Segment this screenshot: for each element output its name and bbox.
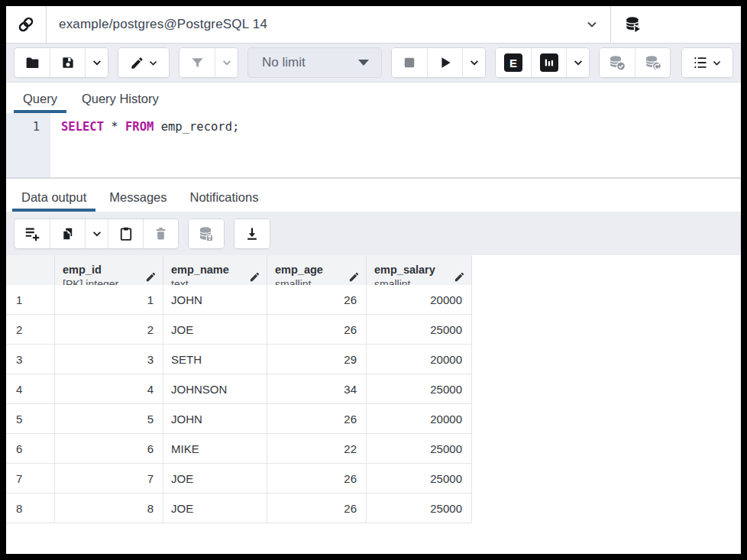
- cell-emp-id[interactable]: 8: [55, 494, 163, 523]
- row-number-cell[interactable]: 5: [6, 404, 55, 434]
- numbered-list-icon: [693, 55, 708, 70]
- cell-value: SETH: [171, 353, 202, 366]
- data-output-grid: emp_id [PK] integer emp_name text emp_ag…: [6, 255, 741, 523]
- cell-emp-name[interactable]: JOHN: [163, 285, 267, 315]
- tab-query-history[interactable]: Query History: [73, 86, 168, 113]
- row-number: 7: [16, 472, 22, 485]
- row-number-cell[interactable]: 1: [6, 285, 55, 315]
- row-number-cell[interactable]: 2: [6, 315, 55, 345]
- copy-menu-button[interactable]: [85, 219, 108, 248]
- cell-emp-salary[interactable]: 25000: [367, 434, 472, 464]
- stop-button[interactable]: [392, 48, 427, 77]
- save-menu-button[interactable]: [85, 48, 108, 77]
- cell-emp-id[interactable]: 6: [55, 434, 163, 464]
- cell-emp-salary[interactable]: 25000: [367, 494, 472, 523]
- tab-messages[interactable]: Messages: [100, 184, 176, 212]
- result-tab-bar: Data output Messages Notifications: [6, 178, 741, 212]
- cell-value: 5: [147, 413, 154, 426]
- row-number-cell[interactable]: 6: [6, 434, 55, 464]
- save-data-changes-button[interactable]: [189, 219, 224, 248]
- cell-emp-age[interactable]: 29: [267, 345, 367, 374]
- edit-pencil-icon[interactable]: [454, 271, 465, 283]
- chevron-down-icon: [469, 57, 480, 68]
- copy-button[interactable]: [50, 219, 85, 248]
- cell-emp-name[interactable]: JOE: [163, 464, 267, 494]
- cell-emp-age[interactable]: 26: [267, 494, 367, 523]
- cell-value: 25000: [430, 323, 462, 336]
- screenshot-frame: example/postgres@PostgreSQL 14: [0, 0, 747, 560]
- rollback-button[interactable]: [635, 48, 670, 77]
- tab-query[interactable]: Query: [14, 86, 66, 113]
- delete-row-button[interactable]: [143, 219, 178, 248]
- cell-emp-salary[interactable]: 25000: [367, 315, 472, 345]
- row-number: 5: [16, 413, 22, 426]
- cell-emp-age[interactable]: 26: [267, 315, 367, 345]
- cell-emp-id[interactable]: 4: [55, 374, 163, 404]
- cell-emp-age[interactable]: 22: [267, 434, 367, 464]
- cell-emp-age[interactable]: 34: [267, 374, 367, 404]
- clipboard-icon: [118, 226, 134, 241]
- tab-data-output[interactable]: Data output: [12, 184, 95, 212]
- cell-emp-name[interactable]: JOE: [163, 315, 267, 345]
- cell-emp-age[interactable]: 26: [267, 404, 367, 434]
- row-limit-dropdown[interactable]: No limit: [247, 47, 382, 78]
- cell-emp-salary[interactable]: 25000: [367, 464, 472, 494]
- explain-menu-button[interactable]: [566, 48, 589, 77]
- execute-button[interactable]: [427, 48, 462, 77]
- cell-emp-id[interactable]: 5: [55, 404, 163, 434]
- paste-button[interactable]: [108, 219, 143, 248]
- cell-emp-salary[interactable]: 25000: [367, 374, 472, 404]
- row-number-cell[interactable]: 4: [6, 374, 55, 404]
- execute-button-group: [391, 47, 486, 78]
- edit-pencil-icon[interactable]: [249, 271, 260, 283]
- open-file-button[interactable]: [15, 48, 50, 77]
- add-row-button[interactable]: [15, 219, 50, 248]
- filter-button[interactable]: [179, 48, 215, 77]
- cell-emp-salary[interactable]: 20000: [367, 345, 472, 374]
- edit-pencil-icon[interactable]: [348, 271, 360, 283]
- cell-emp-id[interactable]: 2: [55, 315, 163, 345]
- row-number-cell[interactable]: 8: [6, 494, 55, 523]
- download-results-button[interactable]: [234, 219, 270, 248]
- edit-menu-button[interactable]: [118, 48, 169, 77]
- explain-analyze-button[interactable]: [531, 48, 566, 77]
- tab-messages-label: Messages: [109, 190, 167, 204]
- cell-value: 26: [344, 472, 357, 485]
- commit-button[interactable]: [600, 48, 635, 77]
- row-number-cell[interactable]: 3: [6, 345, 55, 374]
- cell-value: 25000: [430, 502, 462, 515]
- row-number-cell[interactable]: 7: [6, 464, 55, 494]
- cell-emp-id[interactable]: 7: [55, 464, 163, 494]
- cell-value: 26: [344, 413, 357, 426]
- cell-emp-age[interactable]: 26: [267, 285, 367, 315]
- cell-emp-name[interactable]: MIKE: [163, 434, 267, 464]
- grid-edit-button-group: [14, 218, 179, 249]
- cell-emp-salary[interactable]: 20000: [367, 285, 472, 315]
- cell-emp-name[interactable]: JOHN: [163, 404, 267, 434]
- cell-emp-name[interactable]: SETH: [163, 345, 267, 374]
- edit-button-group: [118, 47, 170, 78]
- cell-emp-name[interactable]: JOHNSON: [163, 374, 267, 404]
- cell-emp-id[interactable]: 1: [55, 285, 163, 315]
- chevron-down-icon: [148, 58, 158, 68]
- cell-emp-id[interactable]: 3: [55, 345, 163, 374]
- explain-button[interactable]: E: [496, 48, 531, 77]
- column-name: emp_salary: [374, 263, 435, 277]
- macro-menu-button[interactable]: [682, 48, 732, 77]
- new-connection-button[interactable]: [611, 6, 655, 43]
- caret-down-icon: [358, 60, 369, 66]
- sql-code-line[interactable]: SELECT * FROM emp_record;: [50, 113, 741, 177]
- cell-emp-salary[interactable]: 20000: [367, 404, 472, 434]
- cell-value: 1: [147, 293, 154, 306]
- execute-menu-button[interactable]: [462, 48, 485, 77]
- edit-pencil-icon[interactable]: [145, 271, 157, 283]
- cell-value: 20000: [430, 293, 462, 306]
- cell-emp-age[interactable]: 26: [267, 464, 367, 494]
- sql-editor[interactable]: 1 SELECT * FROM emp_record;: [6, 113, 741, 178]
- save-button[interactable]: [50, 48, 85, 77]
- cell-value: 22: [344, 442, 357, 455]
- filter-menu-button[interactable]: [215, 48, 238, 77]
- cell-emp-name[interactable]: JOE: [163, 494, 267, 523]
- connection-selector[interactable]: example/postgres@PostgreSQL 14: [47, 6, 611, 43]
- tab-notifications[interactable]: Notifications: [181, 184, 268, 212]
